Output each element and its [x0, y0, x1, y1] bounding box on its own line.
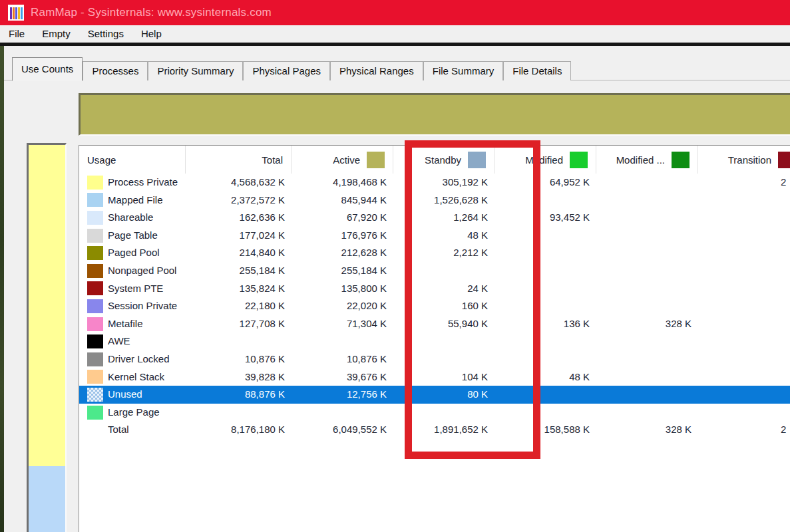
table-row[interactable]: Session Private22,180 K22,020 K160 K: [79, 297, 790, 315]
rammap-window: RamMap - Sysinternals: www.sysinternals.…: [0, 0, 790, 532]
cell-standby: 80 K: [393, 386, 494, 404]
column-header-active[interactable]: Active: [292, 146, 393, 174]
cell-standby: 1,891,652 K: [393, 421, 494, 439]
cell-transition: [698, 315, 790, 333]
cell-active: 12,756 K: [292, 386, 393, 404]
column-header-modified[interactable]: Modified: [494, 146, 596, 174]
table-row[interactable]: Unused88,876 K12,756 K80 K: [79, 386, 790, 404]
cell-total: [186, 404, 292, 422]
cell-active: 67,920 K: [292, 209, 393, 227]
cell-modified_nw: [596, 262, 698, 280]
cell-modified: 48 K: [494, 368, 596, 386]
menu-item-settings[interactable]: Settings: [79, 25, 132, 43]
tab-file-details[interactable]: File Details: [503, 61, 571, 80]
usage-label: AWE: [108, 332, 130, 350]
cell-usage: Total: [79, 421, 186, 439]
tab-physical-pages[interactable]: Physical Pages: [243, 61, 330, 80]
menu-item-file[interactable]: File: [0, 25, 33, 43]
table-row[interactable]: Metafile127,708 K71,304 K55,940 K136 K32…: [79, 315, 790, 333]
usage-label: Shareable: [108, 209, 153, 227]
cell-transition: [698, 227, 790, 245]
usage-label: Page Table: [108, 227, 158, 245]
cell-standby: 55,940 K: [393, 315, 494, 333]
cell-usage: Driver Locked: [79, 350, 186, 368]
column-header-label: Active: [333, 154, 360, 166]
cell-standby: [393, 404, 494, 422]
table-row[interactable]: Page Table177,024 K176,976 K48 K: [79, 227, 790, 245]
cell-standby: 24 K: [393, 280, 494, 298]
table-row[interactable]: Driver Locked10,876 K10,876 K: [79, 350, 790, 368]
column-color-swatch: [468, 152, 486, 168]
column-header-standby[interactable]: Standby: [393, 146, 494, 174]
rammap-app-icon: [8, 5, 24, 21]
cell-usage: Session Private: [79, 297, 186, 315]
cell-modified: [494, 244, 596, 262]
cell-total: 22,180 K: [186, 297, 292, 315]
cell-modified: [494, 332, 596, 350]
cell-total: 214,840 K: [186, 244, 292, 262]
cell-modified: [494, 227, 596, 245]
table-row[interactable]: System PTE135,824 K135,800 K24 K: [79, 280, 790, 298]
usage-label: Session Private: [108, 297, 177, 315]
cell-modified_nw: [596, 209, 698, 227]
row-color-swatch: [87, 176, 103, 190]
usage-label: Total: [108, 421, 129, 439]
cell-active: 39,676 K: [292, 368, 393, 386]
cell-standby: 1,526,628 K: [393, 192, 494, 209]
usage-label: Process Private: [108, 174, 178, 192]
table-row[interactable]: Paged Pool214,840 K212,628 K2,212 K: [79, 244, 790, 262]
row-color-swatch: [87, 317, 103, 331]
tab-use-counts[interactable]: Use Counts: [12, 57, 83, 81]
table-row[interactable]: Mapped File2,372,572 K845,944 K1,526,628…: [79, 192, 790, 209]
cell-modified: [494, 297, 596, 315]
cell-modified_nw: [596, 227, 698, 245]
row-color-swatch: [87, 388, 103, 402]
cell-modified_nw: [596, 386, 698, 404]
cell-modified: 136 K: [494, 315, 596, 333]
table-row[interactable]: Process Private4,568,632 K4,198,468 K305…: [79, 174, 790, 192]
menu-item-empty[interactable]: Empty: [33, 25, 79, 43]
tab-priority-summary[interactable]: Priority Summary: [148, 61, 243, 80]
usage-label: Large Page: [108, 404, 160, 422]
column-header-modified_nw[interactable]: Modified ...: [596, 146, 698, 174]
row-color-swatch: [87, 299, 103, 313]
usage-label: System PTE: [108, 280, 163, 298]
table-row[interactable]: AWE: [79, 332, 790, 350]
cell-modified: 158,588 K: [494, 421, 596, 439]
tab-file-summary[interactable]: File Summary: [423, 61, 504, 80]
usage-label: Nonpaged Pool: [108, 262, 176, 280]
cell-total: 255,184 K: [186, 262, 292, 280]
column-header-transition[interactable]: Transition: [698, 146, 790, 174]
cell-transition: [698, 244, 790, 262]
tab-processes[interactable]: Processes: [83, 61, 148, 80]
row-color-swatch: [87, 406, 103, 420]
cell-usage: Kernel Stack: [79, 368, 186, 386]
table-row[interactable]: Total8,176,180 K6,049,552 K1,891,652 K15…: [79, 421, 790, 439]
cell-modified_nw: [596, 297, 698, 315]
column-header-total[interactable]: Total: [186, 146, 292, 174]
memory-usage-bar: [79, 93, 790, 136]
tab-physical-ranges[interactable]: Physical Ranges: [330, 61, 423, 80]
memory-left-bar: [27, 143, 67, 532]
table-row[interactable]: Nonpaged Pool255,184 K255,184 K: [79, 262, 790, 280]
cell-total: 10,876 K: [186, 350, 292, 368]
menu-item-help[interactable]: Help: [132, 25, 170, 43]
table-body: Process Private4,568,632 K4,198,468 K305…: [79, 174, 790, 439]
table-row[interactable]: Large Page: [79, 404, 790, 422]
row-color-swatch: [87, 211, 103, 225]
column-header-label: Usage: [87, 154, 116, 166]
cell-usage: Unused: [79, 386, 186, 404]
table-row[interactable]: Shareable162,636 K67,920 K1,264 K93,452 …: [79, 209, 790, 227]
column-header-label: Total: [262, 154, 283, 166]
cell-transition: [698, 368, 790, 386]
column-header-usage[interactable]: Usage: [79, 146, 186, 174]
usage-label: Metafile: [108, 315, 143, 333]
cell-modified_nw: [596, 174, 698, 192]
cell-standby: [393, 332, 494, 350]
table-header-row: UsageTotalActiveStandbyModifiedModified …: [79, 146, 790, 174]
table-row[interactable]: Kernel Stack39,828 K39,676 K104 K48 K: [79, 368, 790, 386]
column-color-swatch: [778, 152, 790, 168]
cell-active: 255,184 K: [292, 262, 393, 280]
row-color-swatch: [87, 281, 103, 295]
cell-modified_nw: 328 K: [596, 421, 698, 439]
